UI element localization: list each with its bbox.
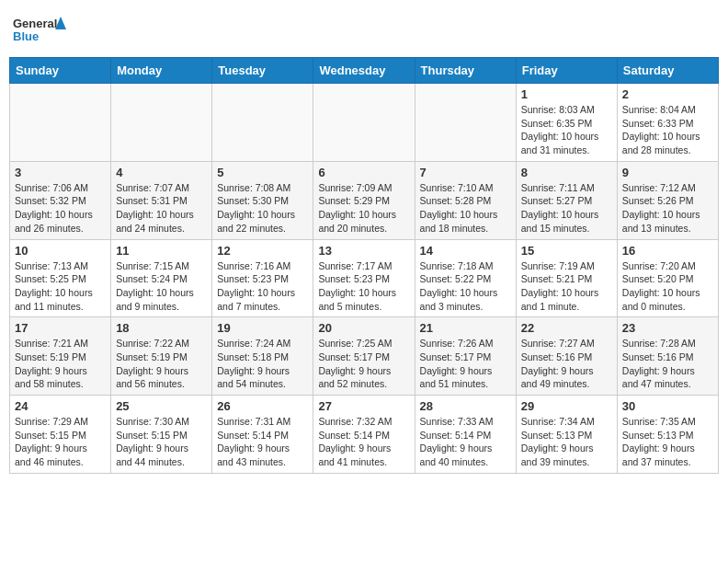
- day-number: 28: [420, 399, 511, 413]
- day-info: Sunrise: 8:03 AMSunset: 6:35 PMDaylight:…: [521, 103, 612, 157]
- day-number: 13: [318, 244, 409, 258]
- day-number: 4: [116, 166, 207, 179]
- calendar-cell: 12Sunrise: 7:16 AMSunset: 5:23 PMDayligh…: [212, 239, 313, 317]
- calendar-cell: 8Sunrise: 7:11 AMSunset: 5:27 PMDaylight…: [516, 161, 617, 239]
- day-number: 20: [318, 321, 409, 335]
- day-number: 6: [318, 166, 409, 179]
- day-number: 21: [420, 321, 511, 335]
- day-number: 14: [420, 244, 511, 258]
- day-info: Sunrise: 7:28 AMSunset: 5:16 PMDaylight:…: [622, 337, 713, 391]
- calendar-cell: 15Sunrise: 7:19 AMSunset: 5:21 PMDayligh…: [516, 239, 617, 317]
- day-info: Sunrise: 7:26 AMSunset: 5:17 PMDaylight:…: [420, 337, 511, 391]
- weekday-header-wednesday: Wednesday: [313, 58, 415, 84]
- day-number: 25: [116, 399, 207, 413]
- day-number: 19: [217, 321, 308, 335]
- logo: General Blue: [13, 13, 68, 46]
- calendar-cell: [10, 84, 111, 162]
- day-number: 22: [521, 321, 612, 335]
- day-info: Sunrise: 7:08 AMSunset: 5:30 PMDaylight:…: [217, 181, 308, 236]
- calendar-cell: 10Sunrise: 7:13 AMSunset: 5:25 PMDayligh…: [10, 239, 111, 317]
- svg-text:General: General: [13, 17, 57, 30]
- calendar-table: SundayMondayTuesdayWednesdayThursdayFrid…: [9, 57, 719, 474]
- day-info: Sunrise: 7:20 AMSunset: 5:20 PMDaylight:…: [622, 259, 713, 314]
- day-number: 10: [15, 244, 106, 258]
- day-number: 3: [15, 166, 106, 179]
- calendar-cell: 27Sunrise: 7:32 AMSunset: 5:14 PMDayligh…: [313, 396, 415, 474]
- day-info: Sunrise: 7:34 AMSunset: 5:13 PMDaylight:…: [521, 415, 612, 469]
- calendar-cell: 28Sunrise: 7:33 AMSunset: 5:14 PMDayligh…: [415, 396, 516, 474]
- day-info: Sunrise: 7:19 AMSunset: 5:21 PMDaylight:…: [521, 259, 612, 314]
- day-info: Sunrise: 7:17 AMSunset: 5:23 PMDaylight:…: [318, 259, 409, 314]
- day-info: Sunrise: 7:07 AMSunset: 5:31 PMDaylight:…: [116, 181, 207, 236]
- calendar-cell: 18Sunrise: 7:22 AMSunset: 5:19 PMDayligh…: [111, 317, 212, 396]
- calendar-cell: 22Sunrise: 7:27 AMSunset: 5:16 PMDayligh…: [516, 317, 617, 396]
- day-info: Sunrise: 7:24 AMSunset: 5:18 PMDaylight:…: [217, 337, 308, 391]
- day-info: Sunrise: 7:35 AMSunset: 5:13 PMDaylight:…: [622, 415, 713, 469]
- day-number: 7: [420, 166, 511, 179]
- page-header: General Blue: [9, 9, 719, 50]
- day-info: Sunrise: 7:11 AMSunset: 5:27 PMDaylight:…: [521, 181, 612, 236]
- calendar-week-2: 3Sunrise: 7:06 AMSunset: 5:32 PMDaylight…: [10, 161, 719, 239]
- day-info: Sunrise: 7:30 AMSunset: 5:15 PMDaylight:…: [116, 415, 207, 469]
- calendar-week-4: 17Sunrise: 7:21 AMSunset: 5:19 PMDayligh…: [10, 317, 719, 396]
- weekday-header-sunday: Sunday: [10, 58, 111, 84]
- calendar-cell: 24Sunrise: 7:29 AMSunset: 5:15 PMDayligh…: [10, 396, 111, 474]
- day-info: Sunrise: 7:29 AMSunset: 5:15 PMDaylight:…: [15, 415, 106, 469]
- calendar-cell: 13Sunrise: 7:17 AMSunset: 5:23 PMDayligh…: [313, 239, 415, 317]
- day-number: 30: [622, 399, 713, 413]
- day-number: 8: [521, 166, 612, 179]
- day-number: 17: [15, 321, 106, 335]
- calendar-cell: 25Sunrise: 7:30 AMSunset: 5:15 PMDayligh…: [111, 396, 212, 474]
- day-number: 12: [217, 244, 308, 258]
- day-number: 2: [622, 87, 713, 101]
- calendar-cell: 16Sunrise: 7:20 AMSunset: 5:20 PMDayligh…: [617, 239, 718, 317]
- day-number: 11: [116, 244, 207, 258]
- day-number: 9: [622, 166, 713, 179]
- calendar-week-1: 1Sunrise: 8:03 AMSunset: 6:35 PMDaylight…: [10, 84, 719, 162]
- weekday-header-thursday: Thursday: [415, 58, 516, 84]
- day-number: 18: [116, 321, 207, 335]
- calendar-cell: [212, 84, 313, 162]
- day-info: Sunrise: 7:21 AMSunset: 5:19 PMDaylight:…: [15, 337, 106, 391]
- day-info: Sunrise: 7:33 AMSunset: 5:14 PMDaylight:…: [420, 415, 511, 469]
- calendar-cell: 17Sunrise: 7:21 AMSunset: 5:19 PMDayligh…: [10, 317, 111, 396]
- calendar-cell: 20Sunrise: 7:25 AMSunset: 5:17 PMDayligh…: [313, 317, 415, 396]
- day-number: 5: [217, 166, 308, 179]
- day-info: Sunrise: 7:09 AMSunset: 5:29 PMDaylight:…: [318, 181, 409, 236]
- calendar-cell: 29Sunrise: 7:34 AMSunset: 5:13 PMDayligh…: [516, 396, 617, 474]
- calendar-cell: 5Sunrise: 7:08 AMSunset: 5:30 PMDaylight…: [212, 161, 313, 239]
- day-number: 15: [521, 244, 612, 258]
- weekday-header-tuesday: Tuesday: [212, 58, 313, 84]
- day-info: Sunrise: 7:18 AMSunset: 5:22 PMDaylight:…: [420, 259, 511, 314]
- calendar-week-3: 10Sunrise: 7:13 AMSunset: 5:25 PMDayligh…: [10, 239, 719, 317]
- day-number: 1: [521, 87, 612, 101]
- calendar-cell: 11Sunrise: 7:15 AMSunset: 5:24 PMDayligh…: [111, 239, 212, 317]
- day-info: Sunrise: 7:15 AMSunset: 5:24 PMDaylight:…: [116, 259, 207, 314]
- calendar-cell: 7Sunrise: 7:10 AMSunset: 5:28 PMDaylight…: [415, 161, 516, 239]
- day-info: Sunrise: 8:04 AMSunset: 6:33 PMDaylight:…: [622, 103, 713, 157]
- calendar-cell: 23Sunrise: 7:28 AMSunset: 5:16 PMDayligh…: [617, 317, 718, 396]
- weekday-header-monday: Monday: [111, 58, 212, 84]
- calendar-cell: 30Sunrise: 7:35 AMSunset: 5:13 PMDayligh…: [617, 396, 718, 474]
- calendar-cell: 3Sunrise: 7:06 AMSunset: 5:32 PMDaylight…: [10, 161, 111, 239]
- svg-text:Blue: Blue: [13, 29, 39, 43]
- day-info: Sunrise: 7:25 AMSunset: 5:17 PMDaylight:…: [318, 337, 409, 391]
- day-info: Sunrise: 7:31 AMSunset: 5:14 PMDaylight:…: [217, 415, 308, 469]
- day-number: 23: [622, 321, 713, 335]
- calendar-cell: [415, 84, 516, 162]
- day-number: 16: [622, 244, 713, 258]
- logo-svg: General Blue: [13, 13, 68, 46]
- calendar-cell: 9Sunrise: 7:12 AMSunset: 5:26 PMDaylight…: [617, 161, 718, 239]
- day-number: 24: [15, 399, 106, 413]
- day-number: 26: [217, 399, 308, 413]
- day-info: Sunrise: 7:10 AMSunset: 5:28 PMDaylight:…: [420, 181, 511, 236]
- calendar-cell: 6Sunrise: 7:09 AMSunset: 5:29 PMDaylight…: [313, 161, 415, 239]
- weekday-header-friday: Friday: [516, 58, 617, 84]
- calendar-cell: 21Sunrise: 7:26 AMSunset: 5:17 PMDayligh…: [415, 317, 516, 396]
- calendar-cell: 4Sunrise: 7:07 AMSunset: 5:31 PMDaylight…: [111, 161, 212, 239]
- day-info: Sunrise: 7:22 AMSunset: 5:19 PMDaylight:…: [116, 337, 207, 391]
- calendar-cell: 14Sunrise: 7:18 AMSunset: 5:22 PMDayligh…: [415, 239, 516, 317]
- day-info: Sunrise: 7:32 AMSunset: 5:14 PMDaylight:…: [318, 415, 409, 469]
- day-info: Sunrise: 7:12 AMSunset: 5:26 PMDaylight:…: [622, 181, 713, 236]
- day-info: Sunrise: 7:13 AMSunset: 5:25 PMDaylight:…: [15, 259, 106, 314]
